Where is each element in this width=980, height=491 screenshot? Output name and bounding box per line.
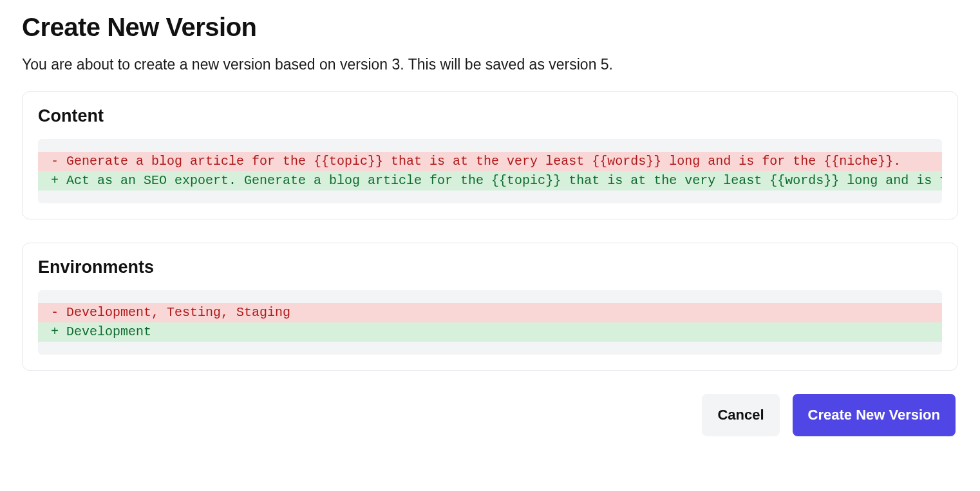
page-subtitle: You are about to create a new version ba… — [22, 56, 958, 73]
page-title: Create New Version — [22, 13, 958, 42]
environments-panel: Environments - Development, Testing, Sta… — [22, 243, 958, 371]
diff-added-line: + Act as an SEO expoert. Generate a blog… — [38, 171, 942, 190]
create-button[interactable]: Create New Version — [793, 394, 956, 436]
diff-added-line: + Development — [38, 322, 942, 342]
diff-removed-line: - Generate a blog article for the {{topi… — [38, 152, 942, 171]
environments-panel-title: Environments — [38, 257, 942, 277]
diff-removed-line: - Development, Testing, Staging — [38, 303, 942, 322]
content-panel-title: Content — [38, 106, 942, 126]
dialog-footer: Cancel Create New Version — [22, 394, 958, 436]
content-panel: Content - Generate a blog article for th… — [22, 91, 958, 219]
environments-diff[interactable]: - Development, Testing, Staging + Develo… — [38, 290, 942, 355]
content-diff[interactable]: - Generate a blog article for the {{topi… — [38, 139, 942, 203]
cancel-button[interactable]: Cancel — [702, 394, 779, 436]
